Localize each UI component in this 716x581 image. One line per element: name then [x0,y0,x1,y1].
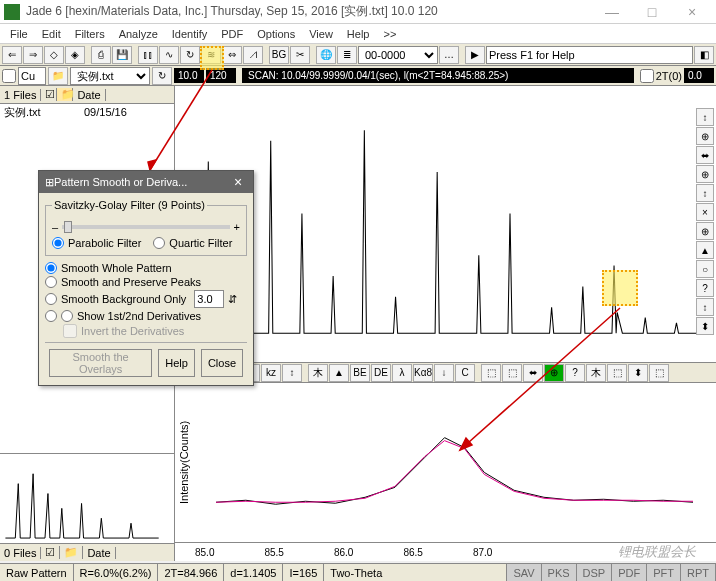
list-icon[interactable]: ≣ [337,46,357,64]
back-icon[interactable]: ⇐ [2,46,22,64]
menu-view[interactable]: View [303,26,339,42]
run-icon[interactable]: ▶ [465,46,485,64]
btn-pft[interactable]: PFT [647,564,681,581]
help-button[interactable]: Help [158,349,195,377]
rt-0[interactable]: ↕ [696,108,714,126]
close-dialog-button[interactable]: Close [201,349,243,377]
menu-filters[interactable]: Filters [69,26,111,42]
slider-inc[interactable]: + [234,221,240,233]
mid-btn-18[interactable]: ? [565,364,585,382]
mid-btn-9[interactable]: DE [371,364,391,382]
mid-btn-14[interactable]: ⬚ [481,364,501,382]
expand-icon[interactable]: ⇔ [222,46,242,64]
close-button[interactable]: × [672,0,712,24]
browse-icon[interactable]: … [439,46,459,64]
dialog-close-icon[interactable]: × [229,174,247,190]
mid-btn-7[interactable]: ▲ [329,364,349,382]
minimize-button[interactable]: — [592,0,632,24]
footer-date[interactable]: Date [83,547,115,559]
forward-icon[interactable]: ⇒ [23,46,43,64]
mid-btn-17[interactable]: ⊕ [544,364,564,382]
bgonly-radio[interactable] [45,293,57,305]
rt-8[interactable]: ○ [696,260,714,278]
quartic-radio[interactable] [153,237,165,249]
menu-help[interactable]: Help [341,26,376,42]
bg-value[interactable] [194,290,224,308]
dialog-title-bar[interactable]: ⊞ Pattern Smooth or Deriva... × [39,171,253,193]
rt-2[interactable]: ⬌ [696,146,714,164]
folder-icon[interactable]: 📁 [48,67,68,85]
preserve-radio[interactable] [45,276,57,288]
refresh-icon[interactable]: ↻ [152,67,172,85]
rt-1[interactable]: ⊕ [696,127,714,145]
rt-3[interactable]: ⊕ [696,165,714,183]
mid-btn-11[interactable]: Kα8 [413,364,433,382]
btn-rpt[interactable]: RPT [681,564,716,581]
mid-btn-16[interactable]: ⬌ [523,364,543,382]
points-slider[interactable] [62,225,229,229]
menu-pdf[interactable]: PDF [215,26,249,42]
menu-analyze[interactable]: Analyze [113,26,164,42]
col-date[interactable]: Date [73,89,105,101]
btn-sav[interactable]: SAV [507,564,541,581]
slider-dec[interactable]: – [52,221,58,233]
peaks-icon[interactable]: ⩘ [243,46,263,64]
pdf-combo[interactable]: 00-0000 [358,46,438,64]
main-chart[interactable] [175,86,716,363]
status-raw[interactable]: Raw Pattern [0,564,74,581]
tool-end-icon[interactable]: ◧ [694,46,714,64]
file-row[interactable]: 实例.txt 09/15/16 [0,104,174,120]
mid-btn-12[interactable]: ↓ [434,364,454,382]
save-icon[interactable]: 💾 [112,46,132,64]
rt-10[interactable]: ↕ [696,298,714,316]
mid-btn-15[interactable]: ⬚ [502,364,522,382]
mid-btn-5[interactable]: ↕ [282,364,302,382]
parabolic-radio[interactable] [52,237,64,249]
chart-pane: ≡ || ⬚ ⬍ kz ↕ 木 ▲ BE DE λ Kα8 ↓ C ⬚ ⬚ ⬌ … [175,86,716,561]
mid-btn-19[interactable]: 木 [586,364,606,382]
file-select[interactable]: 实例.txt [70,67,150,85]
btn-dsp[interactable]: DSP [577,564,613,581]
bars-icon[interactable]: ⫿⫿ [138,46,158,64]
btn-pks[interactable]: PKS [542,564,577,581]
bg-icon[interactable]: BG [269,46,289,64]
element-check[interactable] [2,69,16,83]
deriv-radio1[interactable] [45,310,57,322]
menu-more[interactable]: >> [377,26,402,42]
thumbnail-plot[interactable] [0,453,174,543]
rt-4[interactable]: ↕ [696,184,714,202]
rt-6[interactable]: ⊕ [696,222,714,240]
rt-7[interactable]: ▲ [696,241,714,259]
mid-btn-6[interactable]: 木 [308,364,328,382]
menu-options[interactable]: Options [251,26,301,42]
element-input[interactable] [18,67,46,85]
maximize-button[interactable]: □ [632,0,672,24]
diamond2-icon[interactable]: ◈ [65,46,85,64]
mid-btn-10[interactable]: λ [392,364,412,382]
mid-btn-4[interactable]: kz [261,364,281,382]
2t-check[interactable] [640,69,654,83]
deriv-radio2[interactable] [61,310,73,322]
scissors-icon[interactable]: ✂ [290,46,310,64]
whole-radio[interactable] [45,262,57,274]
spinner-icon[interactable]: ⇵ [228,293,237,306]
cycle-icon[interactable]: ↻ [180,46,200,64]
detail-chart[interactable]: Intensity(Counts) [175,383,716,543]
mid-btn-8[interactable]: BE [350,364,370,382]
menu-edit[interactable]: Edit [36,26,67,42]
rt-5[interactable]: × [696,203,714,221]
diamond-icon[interactable]: ◇ [44,46,64,64]
rt-11[interactable]: ⬍ [696,317,714,335]
menu-identify[interactable]: Identify [166,26,213,42]
mid-btn-20[interactable]: ⬚ [607,364,627,382]
mid-btn-22[interactable]: ⬚ [649,364,669,382]
globe-icon[interactable]: 🌐 [316,46,336,64]
smooth-icon[interactable]: ∿ [159,46,179,64]
menu-file[interactable]: File [4,26,34,42]
help-hint[interactable] [486,46,693,64]
print-icon[interactable]: ⎙ [91,46,111,64]
mid-btn-21[interactable]: ⬍ [628,364,648,382]
mid-btn-13[interactable]: C [455,364,475,382]
btn-pdf[interactable]: PDF [612,564,647,581]
rt-9[interactable]: ? [696,279,714,297]
